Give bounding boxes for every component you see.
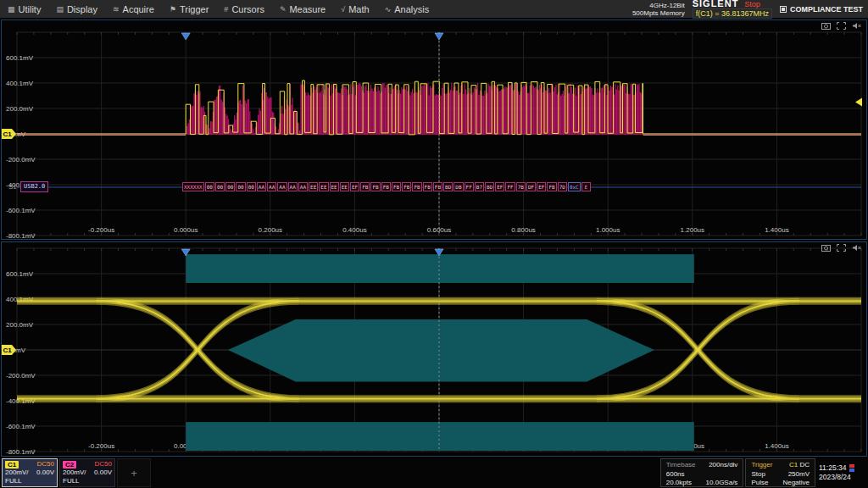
eye-diagram-display[interactable]: 600.1mV400.1mV200.0mV0.0mV-200.0mV-400.1… xyxy=(2,242,866,456)
decode-byte: DB xyxy=(453,182,463,191)
acq-line1: 4GHz-12Bit xyxy=(632,2,685,9)
camera-icon[interactable] xyxy=(821,22,831,30)
decode-byte: FB xyxy=(392,182,401,191)
decode-byte: AA xyxy=(298,182,308,191)
menu-trigger[interactable]: ⚑Trigger xyxy=(162,0,217,19)
x-tick-label: 1.400us xyxy=(765,226,788,234)
decode-prefix: XXXXXX xyxy=(182,182,204,191)
bus-name[interactable]: USB2.0 xyxy=(20,181,48,192)
decode-byte: FB xyxy=(370,182,380,191)
add-channel-button[interactable]: + xyxy=(117,458,151,487)
menu-acquire[interactable]: ≋Acquire xyxy=(105,0,162,19)
channel-box-c2[interactable]: C2DC50200mV/0.00VFULL xyxy=(59,458,115,487)
decode-byte: EE xyxy=(340,182,349,191)
decode-byte: EF xyxy=(495,182,504,191)
svg-text:C1: C1 xyxy=(3,130,13,138)
display-icon: ▤ xyxy=(56,5,64,14)
y-tick-label: 400.1mV xyxy=(6,80,34,87)
run-state[interactable]: Stop xyxy=(744,0,760,8)
decode-byte: EE xyxy=(319,182,328,191)
svg-text:C1: C1 xyxy=(3,347,13,354)
trigger-flag-icon: ⚑ xyxy=(170,5,176,14)
timebase-delay: 600ns xyxy=(666,470,696,480)
y-tick-label: -200.0mV xyxy=(6,156,36,164)
eye-mask-rect-top xyxy=(186,254,694,283)
waveform-display[interactable]: 600.1mV400.1mV200.0mV0.0mV-200.0mV-400.1… xyxy=(2,20,866,239)
menu-display[interactable]: ▤Display xyxy=(48,0,105,19)
acquisition-info: 4GHz-12Bit 500Mpts Memory xyxy=(632,2,685,17)
trigger-level-marker[interactable] xyxy=(855,98,862,107)
compliance-icon xyxy=(780,6,787,13)
plus-icon: + xyxy=(131,467,137,480)
measure-icon: ✎ xyxy=(280,5,287,14)
acquire-icon: ≋ xyxy=(113,5,120,14)
channel-box-c1[interactable]: C1DC50200mV/0.00VFULL xyxy=(2,458,58,487)
decode-crc: 0xC xyxy=(568,182,581,191)
menu-label: Acquire xyxy=(123,4,154,14)
decode-byte: EF xyxy=(350,182,359,191)
waveform-panel[interactable]: 600.1mV400.1mV200.0mV0.0mV-200.0mV-400.1… xyxy=(1,19,867,240)
vertical-offset: 0.00V xyxy=(94,469,112,477)
menu-measure[interactable]: ✎Measure xyxy=(272,0,333,19)
y-tick-label: -600.1mV xyxy=(6,207,36,214)
x-tick-label: 0.400us xyxy=(342,226,366,234)
coupling-value: DC50 xyxy=(95,460,112,469)
y-tick-label: -800.1mV xyxy=(6,232,36,239)
decode-byte: BD xyxy=(485,182,494,191)
menu-label: Utility xyxy=(19,4,42,14)
mute-icon[interactable] xyxy=(852,244,861,252)
expand-icon[interactable] xyxy=(837,244,846,252)
decode-byte: EE xyxy=(330,182,339,191)
decode-byte: 7B xyxy=(516,182,526,191)
decode-byte: 00 xyxy=(205,182,214,191)
decode-byte: 00 xyxy=(225,182,235,191)
menu-label: Display xyxy=(67,4,97,14)
y-tick-label: 600.1mV xyxy=(6,270,34,278)
decode-byte: B7 xyxy=(475,182,484,191)
c2-waveform xyxy=(186,83,643,135)
decode-byte: DF xyxy=(526,182,536,191)
clock[interactable]: 11:25:34 2023/8/24 xyxy=(817,458,866,487)
menu-analysis[interactable]: ∿Analysis xyxy=(377,0,437,19)
trigger-title: Trigger xyxy=(751,461,772,470)
trigger-mode: Pulse xyxy=(751,479,772,488)
trigger-position-marker[interactable] xyxy=(181,33,190,40)
timebase-points: 20.0kpts xyxy=(666,479,696,488)
decode-byte: EF xyxy=(537,182,546,191)
trigger-state: Stop xyxy=(751,470,772,480)
camera-icon[interactable] xyxy=(821,244,831,252)
mute-icon[interactable] xyxy=(852,22,861,30)
network-status-icon xyxy=(849,464,855,473)
eye-diagram-panel[interactable]: 600.1mV400.1mV200.0mV0.0mV-200.0mV-400.1… xyxy=(1,241,867,457)
trigger-box[interactable]: Trigger C1 DC Stop 250mV Pulse Negative xyxy=(745,458,815,487)
decode-byte: AA xyxy=(277,182,287,191)
y-tick-label: -600.1mV xyxy=(6,423,36,430)
trigger-level: 250mV xyxy=(782,470,810,480)
menu-cursors[interactable]: #Cursors xyxy=(216,0,272,19)
x-tick-label: -0.200us xyxy=(88,226,114,234)
decode-bus-row: S1 USB2.0 XXXXXX0000000000AAAAAAAAAAEEEE… xyxy=(2,181,866,193)
panel-corner-icons xyxy=(821,22,861,30)
compliance-test-button[interactable]: COMPLIANCE TEST xyxy=(780,5,863,14)
menu-math[interactable]: √Math xyxy=(333,0,376,19)
menu-label: Analysis xyxy=(394,4,429,14)
vertical-offset: 0.00V xyxy=(36,469,54,477)
decode-byte: FB xyxy=(381,182,391,191)
timebase-box[interactable]: Timebase 200ns/div 600ns 20.0kpts 10.0GS… xyxy=(660,458,744,487)
menubar-items: ▦Utility▤Display≋Acquire⚑Trigger#Cursors… xyxy=(0,0,437,19)
decode-byte: FB xyxy=(360,182,370,191)
bandwidth: FULL xyxy=(63,477,80,485)
utility-icon: ▦ xyxy=(8,5,15,14)
status-bar: C1DC50200mV/0.00VFULLC2DC50200mV/0.00VFU… xyxy=(0,458,868,488)
trigger-coupling: DC xyxy=(799,461,810,469)
expand-icon[interactable] xyxy=(837,22,846,30)
x-tick-label: 1.400us xyxy=(765,442,788,450)
menu-label: Math xyxy=(348,4,369,14)
decode-bytes: XXXXXX0000000000AAAAAAAAAAEEEEEEEEEFFBFB… xyxy=(182,182,591,191)
decode-byte: FB xyxy=(433,182,442,191)
decode-byte: 00 xyxy=(215,182,225,191)
date: 2023/8/24 xyxy=(819,473,865,482)
decode-byte: AA xyxy=(267,182,276,191)
menu-utility[interactable]: ▦Utility xyxy=(0,0,48,19)
delay-position-marker[interactable] xyxy=(435,33,443,40)
